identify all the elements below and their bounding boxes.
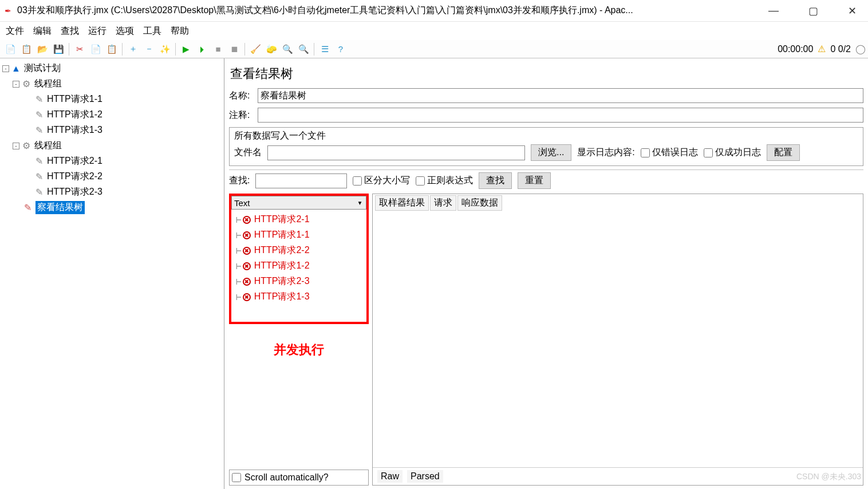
search-input[interactable] <box>255 173 347 188</box>
raw-tab[interactable]: Raw <box>377 470 403 483</box>
search-button[interactable]: 查找 <box>479 172 512 189</box>
comment-label: 注释: <box>229 109 258 121</box>
gauge-icon[interactable]: ◯ <box>855 44 866 54</box>
tree-node-label: 线程组 <box>34 78 62 90</box>
test-plan-tree[interactable]: -▲测试计划-⚙线程组✎HTTP请求1-1✎HTTP请求1-2✎HTTP请求1-… <box>0 58 224 489</box>
new-icon[interactable]: 📄 <box>3 42 17 56</box>
result-label: HTTP请求1-3 <box>254 291 310 303</box>
tree-node[interactable]: ✎HTTP请求1-1 <box>0 92 224 107</box>
results-area: Text ⊢✖HTTP请求2-1⊢✖HTTP请求1-1⊢✖HTTP请求2-2⊢✖… <box>229 194 863 486</box>
reset-button[interactable]: 重置 <box>518 172 551 189</box>
result-item[interactable]: ⊢✖HTTP请求1-3 <box>236 289 362 305</box>
result-label: HTTP请求1-1 <box>254 229 310 241</box>
help-icon[interactable]: ? <box>334 42 348 56</box>
tree-node[interactable]: -⚙线程组 <box>0 138 224 153</box>
menu-tools[interactable]: 工具 <box>140 24 165 38</box>
tree-toggle-icon[interactable]: - <box>2 65 9 72</box>
menu-run[interactable]: 运行 <box>85 24 110 38</box>
scroll-auto-checkbox[interactable]: Scroll automatically? <box>229 470 369 486</box>
shutdown-icon[interactable]: ⏹ <box>227 42 241 56</box>
search-row: 查找: 区分大小写 正则表达式 查找 重置 <box>229 169 863 191</box>
result-label: HTTP请求1-2 <box>254 260 310 272</box>
tree-connector: ⊢ <box>236 276 242 287</box>
tree-node-label: 测试计划 <box>24 62 61 74</box>
result-item[interactable]: ⊢✖HTTP请求2-1 <box>236 212 362 227</box>
renderer-select[interactable]: Text <box>231 196 366 210</box>
menu-options[interactable]: 选项 <box>112 24 137 38</box>
comment-input[interactable] <box>258 108 863 123</box>
case-sensitive-checkbox[interactable]: 区分大小写 <box>353 175 410 187</box>
tab-sampler-result[interactable]: 取样器结果 <box>375 195 429 211</box>
cut-icon[interactable]: ✂ <box>73 42 86 56</box>
result-item[interactable]: ⊢✖HTTP请求1-1 <box>236 227 362 243</box>
browse-button[interactable]: 浏览... <box>531 144 571 161</box>
tree-node[interactable]: ✎HTTP请求1-3 <box>0 123 224 138</box>
close-button[interactable]: ✕ <box>841 2 863 19</box>
separator <box>314 43 314 56</box>
tree-node-label: 察看结果树 <box>35 201 85 214</box>
menu-help[interactable]: 帮助 <box>167 24 192 38</box>
tree-node[interactable]: ✎HTTP请求2-3 <box>0 184 224 200</box>
open-icon[interactable]: 📂 <box>35 42 49 56</box>
tree-connector: ⊢ <box>236 261 242 271</box>
tree-node[interactable]: ✎HTTP请求2-2 <box>0 169 224 184</box>
results-tree[interactable]: ⊢✖HTTP请求2-1⊢✖HTTP请求1-1⊢✖HTTP请求2-2⊢✖HTTP请… <box>231 210 366 322</box>
tab-request[interactable]: 请求 <box>430 195 456 211</box>
tree-connector: ⊢ <box>236 214 242 225</box>
search-label: 查找: <box>229 175 250 187</box>
regex-checkbox[interactable]: 正则表达式 <box>416 175 473 187</box>
annotation-label: 并发执行 <box>229 324 369 376</box>
save-icon[interactable]: 💾 <box>52 42 65 56</box>
maximize-button[interactable]: ▢ <box>802 2 825 19</box>
tree-node-label: HTTP请求1-1 <box>47 93 102 105</box>
warning-icon[interactable]: ⚠ <box>818 44 826 54</box>
tree-toggle-icon[interactable]: - <box>13 143 19 149</box>
separator <box>69 43 69 56</box>
tree-toggle-icon[interactable]: - <box>13 81 19 88</box>
search-icon[interactable]: 🔍 <box>281 42 294 56</box>
result-item[interactable]: ⊢✖HTTP请求2-2 <box>236 243 362 258</box>
raw-parsed-toggle: Raw Parsed <box>373 467 863 485</box>
filename-input[interactable] <box>267 145 525 160</box>
tree-node[interactable]: ✎察看结果树 <box>0 200 224 215</box>
menu-edit[interactable]: 编辑 <box>30 24 55 38</box>
file-output-group: 所有数据写入一个文件 文件名 浏览... 显示日志内容: 仅错误日志 仅成功日志… <box>229 127 863 166</box>
error-icon: ✖ <box>243 216 251 224</box>
success-only-checkbox[interactable]: 仅成功日志 <box>704 147 761 159</box>
tree-connector: ⊢ <box>236 291 242 302</box>
add-icon[interactable]: ＋ <box>126 42 140 56</box>
clear-all-icon[interactable]: 🧽 <box>265 42 278 56</box>
clear-icon[interactable]: 🧹 <box>248 42 262 56</box>
start-icon[interactable]: ▶ <box>179 42 193 56</box>
parsed-tab[interactable]: Parsed <box>407 470 443 483</box>
result-item[interactable]: ⊢✖HTTP请求1-2 <box>236 258 362 274</box>
templates-icon[interactable]: 📋 <box>19 42 33 56</box>
name-input[interactable] <box>258 88 863 103</box>
tree-node[interactable]: -▲测试计划 <box>0 61 224 76</box>
tree-node[interactable]: ✎HTTP请求2-1 <box>0 153 224 169</box>
minimize-button[interactable]: — <box>762 2 786 19</box>
result-item[interactable]: ⊢✖HTTP请求2-3 <box>236 274 362 289</box>
menubar: 文件 编辑 查找 运行 选项 工具 帮助 <box>0 22 868 40</box>
stop-icon[interactable]: ■ <box>211 42 225 56</box>
tab-response-data[interactable]: 响应数据 <box>457 195 502 211</box>
wand-icon[interactable]: ✨ <box>158 42 172 56</box>
menu-search[interactable]: 查找 <box>57 24 82 38</box>
result-label: HTTP请求2-2 <box>254 244 310 257</box>
toolbar: 📄 📋 📂 💾 ✂ 📄 📋 ＋ － ✨ ▶ ⏵ ■ ⏹ 🧹 🧽 🔍 🔍 ☰ ? … <box>0 40 868 58</box>
errors-only-checkbox[interactable]: 仅错误日志 <box>641 147 698 159</box>
copy-icon[interactable]: 📄 <box>89 42 102 56</box>
function-helper-icon[interactable]: ☰ <box>318 42 332 56</box>
paste-icon[interactable]: 📋 <box>105 42 119 56</box>
window-title: 03并发和顺序执行.jmx (C:\Users\20287\Desktop\黑马… <box>17 5 755 17</box>
tree-node[interactable]: -⚙线程组 <box>0 76 224 92</box>
tree-node[interactable]: ✎HTTP请求1-2 <box>0 107 224 123</box>
reset-search-icon[interactable]: 🔍 <box>297 42 310 56</box>
start-no-timers-icon[interactable]: ⏵ <box>195 42 209 56</box>
show-log-label: 显示日志内容: <box>577 147 634 159</box>
detail-panel: 查看结果树 名称: 注释: 所有数据写入一个文件 文件名 浏览... 显示日志内… <box>224 58 868 489</box>
menu-file[interactable]: 文件 <box>2 24 27 38</box>
configure-button[interactable]: 配置 <box>767 144 800 161</box>
remove-icon[interactable]: － <box>142 42 156 56</box>
results-left-pane: Text ⊢✖HTTP请求2-1⊢✖HTTP请求1-1⊢✖HTTP请求2-2⊢✖… <box>229 194 369 486</box>
